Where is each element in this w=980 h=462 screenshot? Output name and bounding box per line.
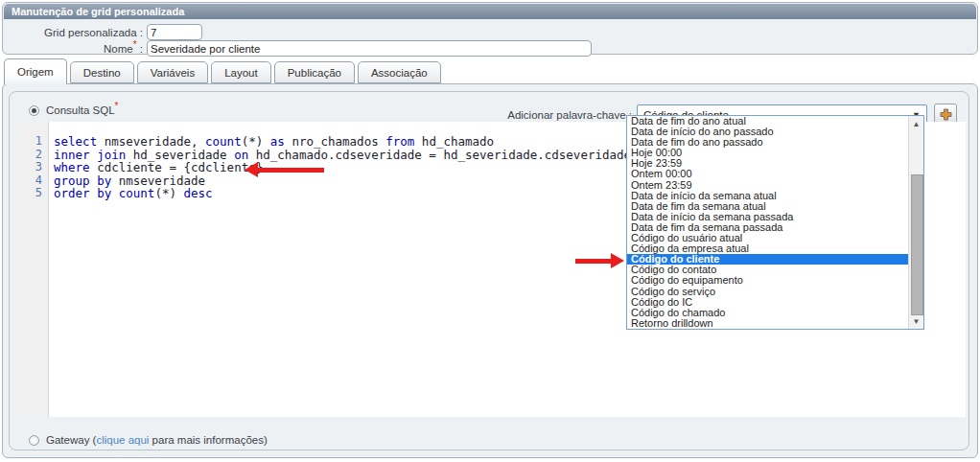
tab-destino[interactable]: Destino (70, 61, 134, 83)
tab-layout[interactable]: Layout (211, 61, 271, 83)
keyword-option[interactable]: Ontem 23:59 (627, 180, 908, 191)
tab-origem[interactable]: Origem (4, 58, 67, 84)
grid-id-input[interactable] (147, 24, 202, 40)
grid-maintenance-box: Manutenção de grid personalizada Grid pe… (2, 2, 978, 55)
line-number: 2 (21, 149, 48, 162)
tab-variáveis[interactable]: Variáveis (137, 61, 208, 83)
tab-associação[interactable]: Associação (358, 61, 441, 83)
tab-bar: OrigemDestinoVariáveisLayoutPublicaçãoAs… (4, 58, 444, 83)
keyword-option[interactable]: Retorno drilldown (627, 318, 908, 329)
name-label: Nome* : (3, 43, 143, 55)
line-number-gutter: 12345 (21, 122, 49, 417)
keyword-option[interactable]: Ontem 00:00 (627, 169, 908, 179)
gateway-info-link[interactable]: clique aqui (96, 434, 149, 446)
keyword-dropdown-items: Data de fim do ano atualData de início d… (627, 116, 908, 329)
consulta-sql-label: Consulta SQL* (46, 104, 119, 116)
plus-icon (940, 108, 952, 121)
keyword-option[interactable]: Código do equipamento (627, 275, 908, 286)
scroll-up-icon[interactable]: ▲ (909, 116, 923, 131)
line-number: 5 (21, 187, 48, 200)
line-number: 1 (21, 135, 48, 149)
annotation-arrow-right-icon (575, 253, 624, 268)
page: Manutenção de grid personalizada Grid pe… (0, 0, 980, 462)
grid-id-label: Grid personalizada : (3, 27, 143, 38)
line-number: 3 (21, 161, 48, 174)
keyword-dropdown-list: Data de fim do ano atualData de início d… (626, 115, 924, 330)
add-keyword-label: Adicionar palavra-chave : (507, 109, 632, 121)
line-number: 4 (21, 174, 48, 188)
gateway-radio-row[interactable]: Gateway (clique aqui para mais informaçõ… (29, 434, 268, 446)
gateway-radio[interactable] (29, 435, 39, 446)
name-input[interactable] (147, 40, 592, 57)
window-title: Manutenção de grid personalizada (4, 4, 976, 19)
scrollbar-thumb[interactable] (911, 174, 923, 315)
keyword-option[interactable]: Código do serviço (627, 287, 908, 297)
gateway-label: Gateway (clique aqui para mais informaçõ… (46, 434, 268, 446)
required-asterisk: * (115, 101, 119, 111)
consulta-sql-radio[interactable] (29, 105, 39, 116)
dropdown-scrollbar[interactable]: ▲ ▼ (908, 116, 923, 329)
annotation-arrow-left-icon (245, 162, 325, 177)
consulta-sql-radio-row[interactable]: Consulta SQL* (29, 104, 119, 116)
tab-publicação[interactable]: Publicação (274, 61, 355, 83)
scroll-down-icon[interactable]: ▼ (909, 313, 923, 329)
